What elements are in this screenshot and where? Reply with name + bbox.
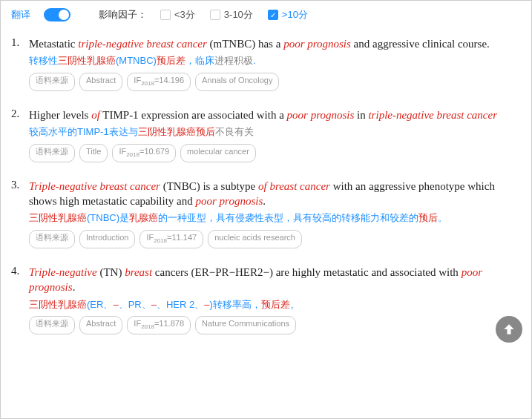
chinese-translation: 较高水平的TIMP-1表达与三阴性乳腺癌预后不良有关	[29, 125, 521, 139]
tag-section[interactable]: Title	[79, 144, 108, 162]
tag-row: 语料来源 Abstract IF2018=11.878 Nature Commu…	[29, 316, 521, 334]
chinese-translation: 三阴性乳腺癌(TNBC)是乳腺癌的一种亚型，具有侵袭性表型，具有较高的转移能力和…	[29, 211, 521, 225]
item-number: 3.	[11, 179, 29, 248]
item-number: 2.	[11, 108, 29, 162]
checkbox-icon: ✓	[268, 10, 278, 20]
filter-3to10[interactable]: 3-10分	[210, 8, 253, 22]
arrow-up-icon	[502, 322, 516, 337]
tag-row: 语料来源 Introduction IF2018=11.147 nucleic …	[29, 230, 521, 248]
tag-row: 语料来源 Title IF2018=10.679 molecular cance…	[29, 144, 521, 162]
translate-toggle[interactable]	[44, 8, 70, 22]
translate-label: 翻译	[11, 8, 30, 22]
tag-journal[interactable]: Nature Communications	[195, 316, 296, 334]
english-sentence: Higher levels of TIMP-1 expression are a…	[29, 108, 521, 122]
filter-label: <3分	[174, 8, 195, 22]
tag-journal[interactable]: Annals of Oncology	[195, 73, 279, 91]
tag-if[interactable]: IF2018=10.679	[112, 144, 176, 162]
filter-label: 3-10分	[224, 8, 253, 22]
scroll-to-top-button[interactable]	[496, 316, 522, 343]
tag-if[interactable]: IF2018=11.878	[127, 316, 191, 334]
impact-factor-label: 影响因子：	[99, 8, 147, 22]
checkbox-icon	[160, 10, 171, 20]
filter-label: >10分	[282, 8, 308, 22]
tag-section[interactable]: Abstract	[79, 316, 122, 334]
english-sentence: Metastatic triple-negative breast cancer…	[29, 36, 521, 51]
result-item: 1. Metastatic triple-negative breast can…	[11, 36, 521, 91]
tag-source[interactable]: 语料来源	[29, 230, 75, 248]
tag-journal[interactable]: nucleic acids research	[208, 230, 302, 248]
tag-source[interactable]: 语料来源	[29, 144, 75, 162]
impact-filter-group: <3分 3-10分 ✓ >10分	[160, 8, 308, 22]
toolbar: 翻译 影响因子： <3分 3-10分 ✓ >10分	[1, 1, 531, 29]
tag-section[interactable]: Introduction	[79, 230, 135, 248]
result-item: 2. Higher levels of TIMP-1 expression ar…	[11, 108, 521, 162]
tag-source[interactable]: 语料来源	[29, 73, 75, 91]
tag-if[interactable]: IF2018=11.147	[139, 230, 203, 248]
tag-source[interactable]: 语料来源	[29, 316, 75, 334]
filter-lt3[interactable]: <3分	[160, 8, 195, 22]
filter-gt10[interactable]: ✓ >10分	[268, 8, 308, 22]
english-sentence: Triple-negative breast cancer (TNBC) is …	[29, 179, 521, 209]
item-number: 4.	[11, 265, 29, 334]
checkbox-icon	[210, 10, 220, 20]
item-number: 1.	[11, 36, 29, 91]
tag-section[interactable]: Abstract	[79, 73, 122, 91]
results-list: 1. Metastatic triple-negative breast can…	[1, 29, 531, 334]
english-sentence: Triple-negative (TN) breast cancers (ER−…	[29, 265, 521, 295]
tag-row: 语料来源 Abstract IF2018=14.196 Annals of On…	[29, 73, 521, 91]
tag-journal[interactable]: molecular cancer	[180, 144, 256, 162]
result-item: 3. Triple-negative breast cancer (TNBC) …	[11, 179, 521, 248]
chinese-translation: 三阴性乳腺癌(ER、–、PR、–、HER 2、–)转移率高，预后差。	[29, 297, 521, 312]
result-item: 4. Triple-negative (TN) breast cancers (…	[11, 265, 521, 334]
tag-if[interactable]: IF2018=14.196	[127, 73, 191, 91]
chinese-translation: 转移性三阴性乳腺癌(MTNBC)预后差，临床进程积极.	[29, 53, 521, 68]
